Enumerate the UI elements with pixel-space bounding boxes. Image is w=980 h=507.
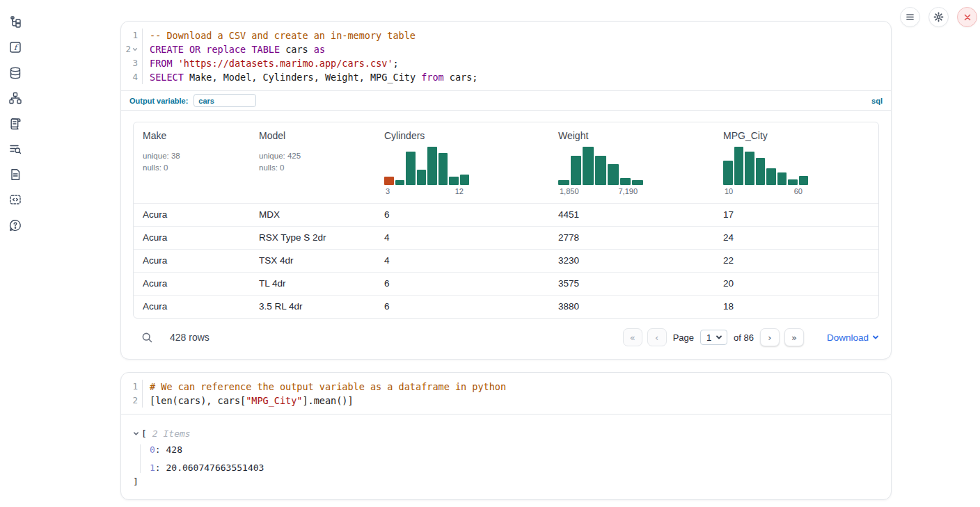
chevron-down-icon xyxy=(716,334,722,341)
histogram-bar xyxy=(799,176,809,185)
topbar xyxy=(900,7,977,27)
histogram-bar xyxy=(734,147,744,185)
axis-max-label: 60 xyxy=(794,187,803,195)
first-page-button[interactable]: « xyxy=(623,328,642,346)
column-name[interactable]: Make xyxy=(143,130,244,141)
table-row[interactable]: AcuraMDX6445117 xyxy=(134,203,878,226)
histogram-bar xyxy=(595,156,606,185)
table-cell: 6 xyxy=(375,273,549,295)
table-cell: 2778 xyxy=(549,227,714,249)
output-tree: [ 2 Items 0: 4281: 20.060747663551403 ] xyxy=(121,415,891,499)
code-line[interactable]: 1-- Download a CSV and create an in-memo… xyxy=(121,29,891,42)
dependency-graph-icon[interactable] xyxy=(8,91,23,106)
histogram-bar xyxy=(608,164,619,185)
snippets-icon[interactable] xyxy=(8,193,23,207)
download-label: Download xyxy=(827,332,869,343)
line-number-text: 3 xyxy=(132,56,138,70)
table-row[interactable]: AcuraTL 4dr6357520 xyxy=(134,272,878,295)
close-icon xyxy=(963,13,972,22)
table-cell: 3230 xyxy=(549,250,714,272)
code-token: ; xyxy=(393,58,399,69)
collapse-chevron-icon[interactable] xyxy=(133,430,139,437)
column-name[interactable]: Cylinders xyxy=(384,130,544,141)
page-select[interactable]: 1 xyxy=(700,330,727,345)
pagination: « ‹ Page 1 of 86 › » Download xyxy=(623,328,879,346)
column-name[interactable]: MPG_City xyxy=(723,130,873,141)
python-code-lines: 1# We can reference the output variable … xyxy=(121,380,891,408)
code-line[interactable]: 1# We can reference the output variable … xyxy=(121,380,891,394)
line-number: 3 xyxy=(121,56,143,70)
variables-icon[interactable]: f xyxy=(8,40,23,55)
code-line[interactable]: 3FROM 'https://datasets.marimo.app/cars.… xyxy=(121,56,891,70)
code-token: from xyxy=(421,72,444,83)
list-item: 1: 20.060747663551403 xyxy=(150,462,879,473)
column-histogram: 1,8507,190 xyxy=(558,147,643,198)
column-header-mpg_city: MPG_City1060 xyxy=(714,122,878,203)
table-cell: 3.5 RL 4dr xyxy=(250,296,375,318)
gear-icon xyxy=(933,12,944,22)
code-line[interactable]: 2CREATE OR replace TABLE cars as xyxy=(121,42,891,56)
menu-button[interactable] xyxy=(900,7,920,27)
histogram-axis-labels: 1,8507,190 xyxy=(558,187,643,198)
table-cell: 3880 xyxy=(549,296,714,318)
search-button[interactable] xyxy=(141,332,153,344)
settings-button[interactable] xyxy=(928,7,949,27)
histogram-bar xyxy=(777,172,787,185)
last-page-button[interactable]: » xyxy=(784,328,804,346)
table-body: AcuraMDX6445117AcuraRSX Type S 2dr427782… xyxy=(134,203,878,318)
python-code-editor[interactable]: 1# We can reference the output variable … xyxy=(121,373,891,414)
notebook: 1-- Download a CSV and create an in-memo… xyxy=(120,21,892,500)
next-page-button[interactable]: › xyxy=(760,328,780,346)
prev-page-button[interactable]: ‹ xyxy=(647,328,667,346)
code-token: # We can reference the output variable a… xyxy=(150,381,506,392)
table-cell: 17 xyxy=(714,204,878,226)
output-list-items: 0: 4281: 20.060747663551403 xyxy=(140,444,879,473)
sql-code-editor[interactable]: 1-- Download a CSV and create an in-memo… xyxy=(121,22,891,90)
histogram-chart[interactable] xyxy=(558,147,643,185)
code-token: as xyxy=(314,44,325,55)
table-cell: 18 xyxy=(714,296,878,318)
histogram-chart[interactable] xyxy=(723,147,808,185)
help-icon[interactable] xyxy=(8,218,23,232)
histogram-axis-labels: 312 xyxy=(384,187,469,198)
output-tree-head: [ 2 Items xyxy=(133,428,879,439)
line-number-text: 4 xyxy=(132,70,138,84)
language-badge[interactable]: sql xyxy=(871,97,883,105)
fold-chevron-icon[interactable] xyxy=(132,47,138,52)
datasources-icon[interactable] xyxy=(8,65,23,80)
line-number-text: 2 xyxy=(125,42,131,56)
column-name[interactable]: Weight xyxy=(558,130,709,141)
code-text: [len(cars), cars["MPG_City"].mean()] xyxy=(143,394,354,408)
chevron-down-icon xyxy=(872,334,879,341)
column-histogram: 312 xyxy=(384,147,469,198)
histogram-bar xyxy=(427,147,437,185)
file-explorer-icon[interactable] xyxy=(8,15,23,29)
output-variable-input[interactable] xyxy=(193,94,256,107)
table-cell: Acura xyxy=(134,227,250,249)
column-name[interactable]: Model xyxy=(259,130,370,141)
table-row[interactable]: Acura3.5 RL 4dr6388018 xyxy=(134,295,878,318)
logs-icon[interactable] xyxy=(8,142,23,156)
documentation-icon[interactable] xyxy=(8,167,23,182)
code-token: ].mean()] xyxy=(302,395,353,406)
histogram-chart[interactable] xyxy=(384,147,469,185)
code-line[interactable]: 2[len(cars), cars["MPG_City"].mean()] xyxy=(121,394,891,408)
histogram-bar xyxy=(438,153,448,185)
null-count: nulls: 0 xyxy=(143,162,244,174)
download-button[interactable]: Download xyxy=(827,332,879,343)
table-row[interactable]: AcuraTSX 4dr4323022 xyxy=(134,249,878,272)
item-key: 1 xyxy=(150,462,155,473)
histogram-bar xyxy=(395,180,405,185)
histogram-axis-labels: 1060 xyxy=(723,187,808,198)
column-stats: unique: 425nulls: 0 xyxy=(259,150,370,174)
code-line[interactable]: 4SELECT Make, Model, Cylinders, Weight, … xyxy=(121,70,891,84)
unique-count: unique: 425 xyxy=(259,150,370,162)
first-page-icon: « xyxy=(630,332,635,343)
code-token xyxy=(184,44,189,55)
line-number: 2 xyxy=(121,42,143,56)
table-cell: 4 xyxy=(375,227,549,249)
scratchpad-icon[interactable] xyxy=(8,116,23,131)
table-row[interactable]: AcuraRSX Type S 2dr4277824 xyxy=(134,226,878,249)
close-button[interactable] xyxy=(957,7,977,27)
item-value: 428 xyxy=(166,444,182,455)
